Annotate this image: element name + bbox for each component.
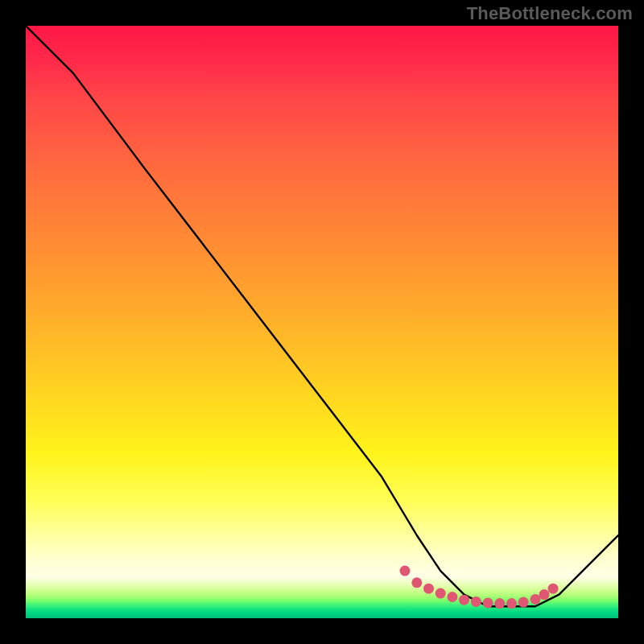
highlight-dot (423, 584, 434, 594)
highlight-dot (483, 597, 493, 608)
highlight-dot (518, 597, 529, 608)
highlight-dot (411, 577, 422, 588)
highlight-dot (506, 598, 517, 609)
chart-frame: TheBottleneck.com (0, 0, 644, 644)
highlight-dot (447, 592, 457, 602)
plot-area (26, 26, 618, 618)
highlight-dot (471, 597, 481, 607)
highlight-dot (459, 595, 469, 605)
curve-layer (26, 26, 618, 618)
highlight-dot (436, 588, 446, 599)
bottleneck-curve-path (26, 26, 618, 606)
highlight-dot (494, 598, 505, 609)
highlight-dot (530, 594, 541, 605)
highlight-dot (539, 589, 550, 600)
curve-svg (26, 26, 618, 618)
watermark-text: TheBottleneck.com (467, 3, 633, 24)
highlight-dots-group (400, 566, 559, 609)
highlight-dot (400, 566, 411, 576)
highlight-dot (548, 584, 559, 594)
